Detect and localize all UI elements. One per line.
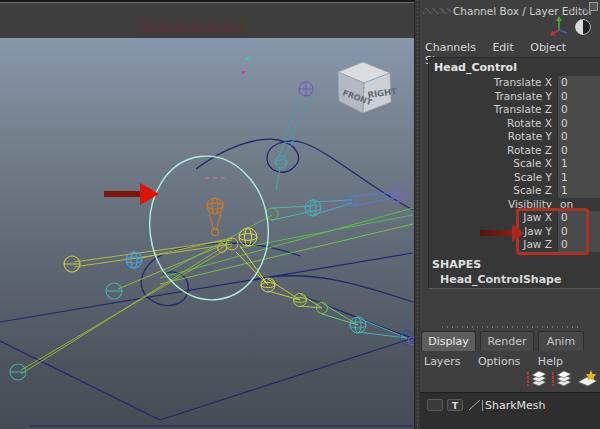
create-layer-from-selected-button[interactable] (551, 369, 573, 389)
tab-display[interactable]: Display (421, 331, 476, 351)
tab-anim[interactable]: Anim (538, 331, 584, 351)
attribute-name[interactable]: Scale Y (429, 171, 557, 185)
attribute-value-field[interactable]: 0 (557, 130, 600, 144)
attribute-value-field[interactable]: 1 (557, 171, 600, 185)
display-toggle-icon[interactable] (576, 20, 591, 35)
shark-outline-curves (141, 139, 413, 338)
channel-object-name[interactable]: Head_Control (429, 58, 600, 76)
attribute-name[interactable]: Rotate X (429, 117, 557, 131)
title-hatch-right (567, 8, 589, 14)
attribute-name[interactable]: Translate Y (429, 90, 557, 104)
layer-editor-menubar: Layers Options Help (424, 355, 577, 368)
dock-icon[interactable] (589, 2, 598, 11)
rig-influence-lines (21, 208, 413, 374)
joint-chain-fin (266, 186, 407, 220)
attribute-name[interactable]: Scale X (429, 157, 557, 171)
menu-edit[interactable]: Edit (492, 41, 513, 54)
toolbar-highlight-line (0, 2, 414, 3)
create-empty-layer-button[interactable] (526, 369, 548, 389)
annotation-arrow-head (512, 224, 524, 242)
menu-layers[interactable]: Layers (424, 355, 460, 368)
attribute-value-field[interactable]: 0 (557, 76, 600, 90)
ground-plane-lines (0, 253, 413, 426)
attribute-value-field[interactable]: 0 (557, 117, 600, 131)
tab-render[interactable]: Render (480, 331, 534, 351)
faint-watermark (143, 23, 243, 34)
attribute-name[interactable]: Translate X (429, 76, 557, 90)
channel-attribute-row: Scale Z1 (429, 184, 600, 198)
joint-chain-dorsal (275, 82, 313, 190)
annotation-highlight-box (516, 208, 589, 255)
attribute-name[interactable]: Scale Z (429, 184, 557, 198)
channel-attribute-row: Translate Y0 (429, 90, 600, 104)
layer-name[interactable]: SharkMesh (485, 399, 546, 412)
maya-window: FRONT RIGHT Channel Box / Layer Editor (0, 0, 600, 429)
attribute-value-field[interactable]: 1 (557, 157, 600, 171)
channel-attribute-row: Rotate Y0 (429, 130, 600, 144)
channel-attribute-row: Rotate X0 (429, 117, 600, 131)
panel-splitter-dots[interactable] (440, 325, 580, 330)
attribute-value-field[interactable]: 1 (557, 184, 600, 198)
channel-attribute-row: Rotate Z0 (429, 144, 600, 158)
view-cube[interactable]: FRONT RIGHT (338, 62, 398, 113)
layer-color-swatch[interactable] (468, 399, 481, 411)
attribute-value-field[interactable]: 0 (557, 103, 600, 117)
move-manipulator-icon[interactable] (550, 16, 567, 36)
channel-attribute-row: Scale X1 (429, 157, 600, 171)
shape-node-name[interactable]: Head_ControlShape (429, 271, 600, 286)
front-fin-controls (10, 252, 142, 380)
head-control-circle (142, 149, 277, 306)
attribute-name[interactable]: Rotate Z (429, 144, 557, 158)
attribute-value-field[interactable]: 0 (557, 144, 600, 158)
create-render-layer-button[interactable] (576, 369, 600, 389)
channel-attribute-row: Scale Y1 (429, 171, 600, 185)
layer-list: T SharkMesh (420, 392, 600, 429)
layer-type-toggle[interactable]: T (447, 399, 463, 411)
panel-header-icons (550, 16, 594, 36)
menu-help[interactable]: Help (538, 355, 563, 368)
menu-options[interactable]: Options (478, 355, 520, 368)
jaw-control (207, 198, 223, 236)
attribute-name[interactable]: Translate Z (429, 103, 557, 117)
panel-drag-handle[interactable] (415, 0, 420, 429)
channel-attribute-row: Translate Z0 (429, 103, 600, 117)
channel-attribute-row: Translate X0 (429, 76, 600, 90)
attribute-value-field[interactable]: 0 (557, 90, 600, 104)
layer-name-divider (482, 400, 483, 411)
viewport-panel[interactable]: FRONT RIGHT (0, 38, 414, 429)
layer-toolbar (526, 369, 600, 389)
title-hatch-left (423, 8, 451, 14)
viewport-toolbar (0, 0, 414, 38)
menu-object[interactable]: Object (530, 41, 566, 54)
menu-channels[interactable]: Channels (425, 41, 476, 54)
annotation-arrow-shaft (480, 230, 513, 236)
viewport-scene: FRONT RIGHT (0, 38, 414, 429)
attribute-name[interactable]: Rotate Y (429, 130, 557, 144)
viewport-annotation-arrow (104, 183, 159, 205)
layer-visibility-checkbox[interactable] (427, 399, 443, 411)
layer-row[interactable]: T SharkMesh (427, 398, 546, 412)
